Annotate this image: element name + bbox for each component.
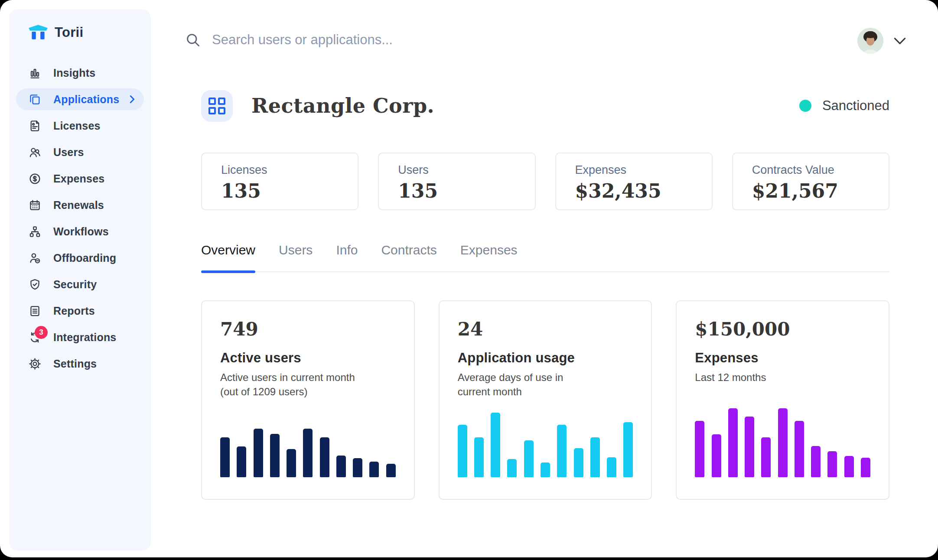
stat-card-expenses: Expenses $32,435 <box>555 153 713 210</box>
bar <box>574 448 583 477</box>
notification-badge: 3 <box>35 326 48 339</box>
chart-cards: 749 Active users Active users in current… <box>201 300 889 500</box>
bar <box>254 429 263 477</box>
sidebar-item-integrations[interactable]: 3 Integrations <box>16 326 144 348</box>
calendar-icon <box>28 199 42 212</box>
sidebar-item-label: Users <box>53 146 84 159</box>
account-menu[interactable] <box>857 28 906 54</box>
bar <box>695 421 704 477</box>
copy-icon <box>28 93 42 106</box>
sidebar-item-label: Offboarding <box>53 252 116 264</box>
bar <box>811 446 821 477</box>
bar <box>303 429 313 477</box>
chevron-right-icon <box>128 95 136 104</box>
chart-card-application-usage: 24 Application usage Average days of use… <box>439 300 652 500</box>
sidebar-item-label: Security <box>53 278 97 291</box>
stat-label: Expenses <box>575 163 712 177</box>
search-bar[interactable] <box>185 32 524 48</box>
sidebar-item-security[interactable]: Security <box>16 273 144 295</box>
bar <box>270 434 280 477</box>
bar <box>795 421 804 477</box>
bar <box>607 457 616 477</box>
sidebar-item-insights[interactable]: Insights <box>16 62 144 84</box>
status-dot <box>799 100 811 112</box>
stat-value: 135 <box>398 180 534 202</box>
bar <box>524 440 534 477</box>
bar <box>590 437 600 477</box>
sidebar-item-label: Insights <box>53 67 95 79</box>
tab-contracts[interactable]: Contracts <box>381 243 436 271</box>
bar-chart-icon <box>28 66 42 80</box>
sidebar-item-label: Expenses <box>53 173 104 185</box>
gear-icon <box>28 357 42 371</box>
sidebar-item-renewals[interactable]: Renewals <box>16 194 144 216</box>
stat-value: $32,435 <box>575 180 712 202</box>
chart-subtitle: Last 12 months <box>695 370 870 384</box>
status-badge: Sanctioned <box>799 98 889 114</box>
bar <box>557 425 567 477</box>
bar <box>728 408 738 477</box>
chart-number: $150,000 <box>695 319 870 340</box>
stat-card-contracts-value: Contracts Value $21,567 <box>732 153 889 210</box>
stat-value: $21,567 <box>752 180 889 202</box>
bar <box>353 458 362 477</box>
sidebar-item-label: Workflows <box>53 225 109 238</box>
sidebar-item-label: Applications <box>53 93 119 106</box>
tab-overview[interactable]: Overview <box>201 243 255 271</box>
bar <box>745 417 754 477</box>
bar <box>336 456 346 477</box>
bar <box>474 437 484 477</box>
chart-card-expenses: $150,000 Expenses Last 12 months <box>676 300 889 500</box>
chart-subtitle: Active users in current month (out of 12… <box>220 370 396 399</box>
sidebar-item-reports[interactable]: Reports <box>16 300 144 322</box>
shield-check-icon <box>28 278 42 291</box>
stat-value: 135 <box>221 180 358 202</box>
document-icon <box>28 119 42 133</box>
sidebar-item-label: Settings <box>53 358 97 370</box>
status-label: Sanctioned <box>822 98 889 114</box>
avatar-image <box>857 28 883 54</box>
bar <box>491 413 500 477</box>
bar-chart <box>220 406 396 477</box>
bar <box>541 462 550 477</box>
stat-label: Users <box>398 163 534 177</box>
chart-number: 24 <box>458 319 633 340</box>
sidebar-item-applications[interactable]: Applications <box>16 88 144 110</box>
search-input[interactable] <box>212 32 524 48</box>
sidebar-item-expenses[interactable]: Expenses <box>16 168 144 189</box>
tab-bar: Overview Users Info Contracts Expenses <box>201 243 889 272</box>
dollar-circle-icon <box>28 172 42 186</box>
sidebar-item-licenses[interactable]: Licenses <box>16 115 144 137</box>
bar <box>507 459 517 477</box>
bar <box>369 462 379 477</box>
page-title: Rectangle Corp. <box>251 94 434 117</box>
sidebar-item-offboarding[interactable]: Offboarding <box>16 247 144 269</box>
avatar[interactable] <box>857 28 883 54</box>
stat-label: Licenses <box>221 163 358 177</box>
bar <box>623 422 633 477</box>
torii-logo-icon <box>28 24 48 41</box>
chart-number: 749 <box>220 319 396 340</box>
logo[interactable]: Torii <box>9 9 151 41</box>
tab-info[interactable]: Info <box>336 243 358 271</box>
logo-text: Torii <box>55 25 83 40</box>
sidebar-item-workflows[interactable]: Workflows <box>16 221 144 242</box>
sidebar-item-settings[interactable]: Settings <box>16 353 144 374</box>
bar <box>861 458 870 477</box>
sidebar-item-users[interactable]: Users <box>16 141 144 163</box>
bar-chart <box>695 406 870 477</box>
chevron-down-icon[interactable] <box>894 37 906 45</box>
sidebar: Torii Insights Applications <box>9 9 151 550</box>
chart-heading: Expenses <box>695 350 870 366</box>
bar <box>220 437 230 477</box>
tab-expenses[interactable]: Expenses <box>460 243 518 271</box>
sidebar-item-label: Reports <box>53 305 95 317</box>
chart-heading: Application usage <box>458 350 633 366</box>
app-grid-icon <box>201 90 233 122</box>
bar <box>778 408 788 477</box>
stat-cards: Licenses 135 Users 135 Expenses $32,435 … <box>201 153 889 210</box>
tab-users[interactable]: Users <box>279 243 313 271</box>
bar <box>386 464 396 477</box>
bar <box>287 449 296 477</box>
app-window: Torii Insights Applications <box>0 0 938 557</box>
